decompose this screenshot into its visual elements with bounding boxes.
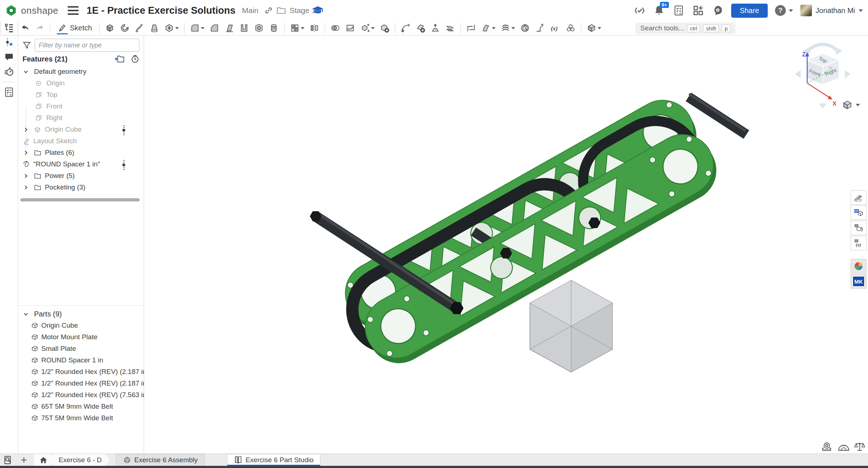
chevron-down-icon[interactable] (23, 69, 29, 75)
help-caret-icon[interactable] (789, 9, 793, 12)
chevron-right-icon[interactable] (23, 150, 29, 156)
feature-list-toggle[interactable] (0, 21, 18, 35)
features-scrollbar[interactable] (20, 198, 140, 201)
part-item[interactable]: Origin Cube (18, 320, 144, 331)
help-button[interactable]: ? (775, 5, 786, 16)
tree-item-front-plane[interactable]: Front (18, 101, 144, 112)
fill-surface-button[interactable] (464, 22, 479, 35)
view-cube-faces[interactable]: Top Front Right (806, 54, 839, 85)
main-menu-icon[interactable] (68, 6, 79, 15)
user-avatar[interactable] (800, 5, 812, 16)
configuration-panel-button[interactable] (851, 205, 867, 220)
tree-item-default-geometry[interactable]: Default geometry (18, 66, 144, 77)
chevron-right-icon[interactable] (23, 127, 29, 132)
helix-button[interactable] (498, 22, 518, 35)
hex-shaft-top[interactable] (688, 94, 746, 135)
part-item[interactable]: 65T 5M 9mm Wide Belt (18, 401, 144, 412)
share-button[interactable]: Share (731, 4, 768, 18)
parts-section-header[interactable]: Parts (9) (18, 308, 144, 320)
delete-face-button[interactable] (413, 22, 428, 35)
tree-item-layout-sketch[interactable]: Layout Sketch (18, 135, 144, 147)
measure-tape-icon[interactable] (822, 441, 834, 452)
assembly-tab[interactable]: Exercise 6 Assembly (116, 454, 205, 466)
composite-part-button[interactable] (563, 22, 578, 35)
mk-app-button[interactable]: MK (851, 274, 867, 289)
tree-item-power-folder[interactable]: Power (5) (18, 170, 144, 182)
search-tabs-button[interactable] (0, 454, 16, 466)
comments-button[interactable] (0, 50, 18, 64)
tree-item-round-spacer[interactable]: "ROUND Spacer 1 in" (18, 158, 144, 170)
cylinder-button[interactable] (518, 22, 532, 35)
redo-button[interactable] (33, 22, 47, 35)
variable-button[interactable]: (x) (547, 22, 563, 35)
app-store-icon[interactable] (692, 4, 704, 17)
home-tab[interactable] (34, 454, 56, 466)
part-item[interactable]: 75T 5M 9mm Wide Belt (18, 412, 144, 424)
part-item[interactable]: 1/2" Rounded Hex (REV) (7.563 in) (18, 389, 144, 401)
part-item[interactable]: ROUND Spacer 1 in (18, 354, 144, 366)
replace-face-button[interactable] (443, 22, 458, 35)
chevron-right-icon[interactable] (23, 173, 29, 179)
part-item[interactable]: Motor Mount Plate (18, 331, 144, 343)
chevron-down-icon[interactable] (23, 311, 29, 317)
extrude-button[interactable] (102, 22, 117, 35)
graphics-viewport[interactable]: Top Front Right Z X Y (144, 35, 868, 454)
move-face-button[interactable] (428, 22, 443, 35)
variable-table-panel-button[interactable]: (x) (851, 236, 867, 250)
sketch-button[interactable]: Sketch (53, 22, 96, 35)
undo-button[interactable] (18, 22, 33, 35)
color-app-button[interactable] (851, 259, 867, 273)
display-style-button[interactable] (584, 22, 604, 35)
user-name[interactable]: Jonathan Mi (816, 7, 855, 15)
origin-cube-model[interactable] (530, 280, 612, 372)
ai-assistant-icon[interactable] (712, 4, 724, 17)
link-icon[interactable] (264, 6, 273, 15)
shell-button[interactable] (252, 22, 266, 35)
tree-item-origin-cube[interactable]: Origin Cube (18, 124, 144, 135)
appearance-panel-button[interactable] (851, 190, 867, 205)
insert-feature-button[interactable] (0, 35, 18, 50)
mirror-button[interactable] (307, 22, 322, 35)
mirror-surface-button[interactable] (479, 22, 498, 35)
chamfer-button[interactable] (207, 22, 222, 35)
protractor-icon[interactable] (838, 441, 850, 452)
history-clock-icon[interactable] (131, 55, 139, 63)
tree-item-pocketing-folder[interactable]: Pocketing (3) (18, 182, 144, 193)
linear-pattern-button[interactable] (287, 22, 307, 35)
mass-properties-icon[interactable] (854, 441, 866, 452)
bend-button[interactable] (532, 22, 547, 35)
part-item[interactable]: Small Plate (18, 343, 144, 354)
add-tab-button[interactable]: + (16, 454, 32, 466)
fillet-button[interactable] (187, 22, 207, 35)
tasks-checklist-icon[interactable] (673, 4, 685, 17)
split-button[interactable] (343, 22, 358, 35)
part-studio-model[interactable] (144, 35, 868, 454)
loft-button[interactable] (147, 22, 162, 35)
delete-part-button[interactable] (377, 22, 392, 35)
search-tools[interactable]: Search tools... ctrlshiftp (635, 22, 736, 34)
checklist-panel-button[interactable] (0, 85, 18, 99)
part-studio-tab[interactable]: Exercise 6 Part Studio (227, 454, 320, 466)
draft-button[interactable] (222, 22, 237, 35)
boolean-button[interactable] (328, 22, 343, 35)
view-options-button[interactable] (840, 99, 862, 111)
transform-button[interactable] (358, 22, 377, 35)
feature-filter-input[interactable] (35, 39, 139, 52)
feature-dots-indicator[interactable] (122, 160, 125, 170)
document-title[interactable]: 1E - Practice Exercise Solutions (87, 5, 235, 16)
performance-button[interactable] (0, 64, 18, 79)
hole-button[interactable] (266, 22, 281, 35)
part-item[interactable]: 1/2" Rounded Hex (REV) (2.187 in) (18, 366, 144, 378)
tree-item-top-plane[interactable]: Top (18, 89, 144, 101)
feature-table-panel-button[interactable]: } (851, 221, 867, 235)
tree-item-plates-folder[interactable]: Plates (6) (18, 147, 144, 158)
revolve-button[interactable] (117, 22, 132, 35)
onshape-logo[interactable]: onshape (5, 4, 58, 17)
part-item[interactable]: 1/2" Rounded Hex (REV) (2.187 in) (18, 378, 144, 389)
modify-fillet-button[interactable] (398, 22, 413, 35)
user-menu-caret-icon[interactable] (859, 9, 863, 12)
workspace-name[interactable]: Main (242, 6, 258, 15)
chevron-right-icon[interactable] (23, 185, 29, 190)
rib-button[interactable] (237, 22, 252, 35)
tree-item-origin[interactable]: Origin (18, 77, 144, 89)
